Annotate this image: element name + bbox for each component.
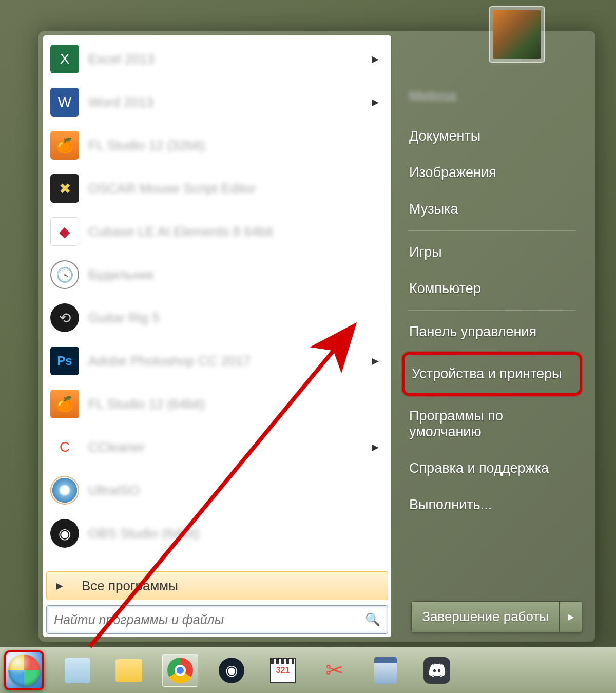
all-programs-label: Все программы — [82, 578, 178, 594]
program-item[interactable]: XExcel 2013▶ — [45, 37, 389, 81]
discord-icon — [424, 657, 450, 684]
shutdown-button[interactable]: Завершение работы — [411, 601, 560, 632]
program-icon: 🕓 — [50, 260, 79, 289]
triangle-right-icon: ▶ — [56, 580, 63, 591]
games-link[interactable]: Игры — [402, 234, 582, 271]
separator — [408, 230, 576, 231]
search-icon: 🔍 — [365, 612, 380, 627]
calculator-icon — [374, 657, 397, 684]
program-label: UltraISO — [88, 483, 384, 498]
submenu-arrow-icon: ▶ — [372, 355, 379, 367]
mpc-icon — [270, 658, 296, 683]
taskbar-notepad[interactable] — [60, 654, 95, 687]
program-label: OBS Studio (64bit) — [88, 526, 384, 542]
program-item[interactable]: 🍊FL Studio 12 (32bit) — [45, 124, 389, 167]
submenu-arrow-icon: ▶ — [372, 53, 379, 65]
notepad-icon — [65, 658, 90, 683]
scissors-icon: ✂ — [325, 658, 343, 683]
program-label: Cubase LE AI Elements 8 64bit — [88, 224, 384, 240]
windows-orb-icon — [8, 654, 40, 686]
start-menu-left-panel: XExcel 2013▶WWord 2013▶🍊FL Studio 12 (32… — [43, 35, 392, 638]
user-name-link[interactable]: Melissa — [402, 79, 582, 115]
computer-link[interactable]: Компьютер — [402, 271, 582, 307]
taskbar-mpc[interactable] — [265, 654, 301, 687]
taskbar-snipping[interactable]: ✂ — [316, 654, 352, 687]
program-label: Adobe Photoshop CC 2017 — [88, 353, 384, 369]
program-icon: ◉ — [50, 519, 79, 548]
program-item[interactable]: ✖OSCAR Mouse Script Editor — [45, 167, 389, 210]
program-label: CCleaner — [88, 439, 384, 455]
pictures-link[interactable]: Изображения — [402, 155, 582, 191]
start-menu: XExcel 2013▶WWord 2013▶🍊FL Studio 12 (32… — [38, 31, 595, 642]
program-label: Excel 2013 — [88, 51, 384, 67]
taskbar-chrome[interactable] — [162, 654, 198, 687]
program-icon: Ps — [50, 346, 79, 375]
program-item[interactable]: UltraISO — [45, 469, 389, 512]
start-button[interactable] — [4, 650, 44, 690]
program-item[interactable]: WWord 2013▶ — [45, 81, 389, 124]
run-link[interactable]: Выполнить... — [402, 487, 582, 523]
taskbar-explorer[interactable] — [111, 654, 147, 687]
taskbar-steam[interactable]: ◉ — [214, 654, 249, 687]
program-icon — [50, 476, 79, 505]
default-programs-link[interactable]: Программы по умолчанию — [402, 398, 582, 450]
search-box[interactable]: 🔍 — [46, 605, 388, 634]
taskbar-calculator[interactable] — [368, 654, 403, 687]
program-icon: 🍊 — [50, 390, 79, 418]
program-icon: W — [50, 88, 79, 117]
program-item[interactable]: 🍊FL Studio 12 (64bit) — [45, 382, 389, 426]
shutdown-button-group: Завершение работы ▶ — [411, 601, 582, 632]
program-icon: C — [50, 433, 79, 461]
separator — [408, 310, 576, 311]
program-item[interactable]: ⟲Guitar Rig 5 — [45, 296, 389, 339]
program-item[interactable]: ◆Cubase LE AI Elements 8 64bit — [45, 210, 389, 253]
program-icon: ◆ — [50, 217, 79, 246]
program-item[interactable]: PsAdobe Photoshop CC 2017▶ — [45, 339, 389, 382]
user-picture — [493, 10, 541, 59]
steam-icon: ◉ — [219, 658, 244, 683]
user-picture-frame[interactable] — [489, 6, 545, 63]
taskbar: ◉ ✂ — [0, 647, 616, 693]
program-label: Будильник — [88, 267, 384, 283]
program-icon: ⟲ — [50, 303, 79, 332]
recent-programs-list: XExcel 2013▶WWord 2013▶🍊FL Studio 12 (32… — [45, 37, 389, 569]
help-support-link[interactable]: Справка и поддержка — [402, 450, 582, 487]
program-label: OSCAR Mouse Script Editor — [88, 181, 384, 197]
program-label: FL Studio 12 (64bit) — [88, 396, 384, 412]
devices-and-printers-link[interactable]: Устройства и принтеры — [402, 352, 582, 396]
program-label: Word 2013 — [88, 94, 384, 110]
search-input[interactable] — [54, 612, 365, 627]
taskbar-discord[interactable] — [419, 654, 455, 687]
shutdown-options-arrow[interactable]: ▶ — [560, 601, 582, 632]
program-label: FL Studio 12 (32bit) — [88, 138, 384, 153]
start-menu-right-panel: Melissa Документы Изображения Музыка Игр… — [392, 35, 591, 638]
all-programs-button[interactable]: ▶ Все программы — [46, 571, 388, 600]
program-icon: 🍊 — [50, 131, 79, 160]
program-icon: X — [50, 45, 79, 73]
program-icon: ✖ — [50, 174, 79, 203]
program-item[interactable]: CCCleaner▶ — [45, 426, 389, 469]
chrome-icon — [167, 658, 193, 683]
program-item[interactable]: ◉OBS Studio (64bit) — [45, 512, 389, 555]
music-link[interactable]: Музыка — [402, 191, 582, 227]
folder-icon — [116, 659, 142, 682]
program-item[interactable]: 🕓Будильник — [45, 253, 389, 296]
documents-link[interactable]: Документы — [402, 118, 582, 155]
submenu-arrow-icon: ▶ — [372, 97, 379, 108]
program-label: Guitar Rig 5 — [88, 310, 384, 326]
control-panel-link[interactable]: Панель управления — [402, 314, 582, 350]
submenu-arrow-icon: ▶ — [372, 441, 379, 453]
